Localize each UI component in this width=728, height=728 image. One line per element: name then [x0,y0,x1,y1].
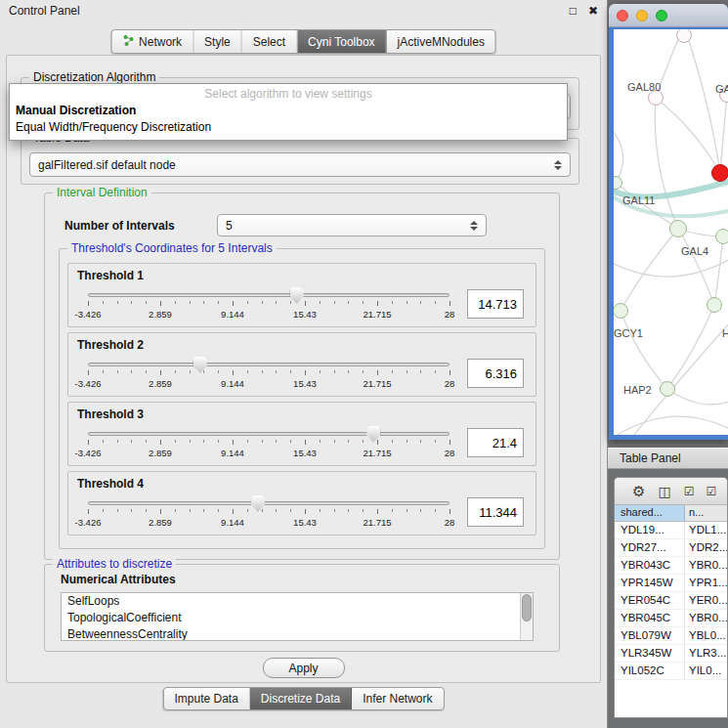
tick-mark [88,440,89,445]
tab-select[interactable]: Select [242,30,297,53]
tick-mark [262,301,263,304]
table-row[interactable]: YIL052CYIL0... [615,663,727,680]
threshold-value-field[interactable]: 21.4 [467,428,524,457]
node-label: HAP2 [623,384,652,396]
tick-mark [290,301,291,304]
table-row[interactable]: YBR043CYBR0... [615,557,727,575]
network-node-h[interactable] [707,297,722,313]
cell-name: YBL0... [685,627,727,644]
control-panel-titlebar: Control Panel □ ✖ [0,0,607,21]
network-canvas[interactable]: GAL80GAGAL11GAL4GCY1HHAP2 [614,29,728,435]
threshold-panel-threshold-1: Threshold 1-3.4262.8599.14415.4321.71528… [67,263,536,327]
number-of-intervals-label: Number of Intervals [64,219,175,233]
algorithm-option-equal-width-frequency-discretization[interactable]: Equal Width/Frequency Discretization [10,119,567,136]
column-header-name[interactable]: n... [685,505,727,521]
list-item-betweennesscentrality[interactable]: BetweennessCentrality [62,626,533,641]
tick-mark [320,370,321,373]
algorithm-options: Manual DiscretizationEqual Width/Frequen… [10,103,567,136]
slider-track[interactable] [88,293,450,297]
tab-style[interactable]: Style [193,30,242,53]
select-columns-icon[interactable]: ☑ [706,486,715,497]
threshold-value-field[interactable]: 14.713 [467,289,524,319]
tick-mark [276,440,277,443]
table-toolbar: ⚙ ◫ ☑ ☑ [615,478,727,505]
close-window-icon[interactable]: ✖ [588,4,598,18]
tick-mark [160,440,161,445]
tick-mark [103,509,104,512]
slider-track[interactable] [88,501,450,505]
tab-jactivemnodules[interactable]: jActiveMNodules [387,30,495,53]
table-row[interactable]: YDL19...YDL1... [615,522,727,539]
tick-mark [146,440,147,443]
scale-label: 2.859 [149,517,172,528]
table-row[interactable]: YER054CYER0... [615,592,727,610]
gear-icon[interactable]: ⚙ [632,484,645,498]
tick-mark [117,370,118,373]
tick-mark [190,440,191,443]
tick-mark [392,509,393,512]
thresholds-group-label: Threshold's Coordinates for 5 Intervals [67,241,277,255]
threshold-panel-threshold-3: Threshold 3-3.4262.8599.14415.4321.71528… [67,402,536,466]
tab-infer-network[interactable]: Infer Network [352,688,443,709]
cell-shared-name: YDL19... [615,522,685,538]
tab-impute-data[interactable]: Impute Data [163,688,249,709]
network-node-hap2[interactable] [660,381,675,397]
tick-mark [175,301,176,304]
attributes-scrollbar[interactable] [520,593,533,640]
tick-mark [290,440,291,443]
scrollbar-thumb[interactable] [522,594,532,621]
table-data-combo[interactable]: galFiltered.sif default node [29,152,571,177]
numerical-attributes-list[interactable]: SelfLoopsTopologicalCoefficientBetweenne… [61,592,534,641]
columns-icon[interactable]: ◫ [658,485,670,498]
tick-mark [407,370,407,373]
table-row[interactable]: YDR27...YDR2... [615,539,727,557]
tick-mark [305,440,306,445]
tick-mark [363,370,364,373]
column-header-shared-name[interactable]: shared... [615,505,685,521]
tick-mark [290,370,291,373]
scale-label: 15.43 [293,378,317,389]
network-node-gal4[interactable] [669,220,687,237]
tick-mark [203,301,204,304]
thresholds-group: Threshold's Coordinates for 5 Intervals … [59,248,545,549]
tick-mark [363,440,364,443]
select-all-columns-icon[interactable]: ☑ [684,486,694,497]
tick-mark [88,301,89,306]
table-row[interactable]: YBL079WYBL0... [615,627,727,645]
table-row[interactable]: YBR045CYBR0... [615,610,727,627]
tab-discretize-data[interactable]: Discretize Data [250,688,352,709]
zoom-traffic-light-icon[interactable] [656,10,667,21]
tick-mark [420,440,421,443]
tick-mark [203,509,204,512]
minimize-traffic-light-icon[interactable] [636,10,648,21]
interval-definition-label: Interval Definition [53,186,151,199]
tab-cyni-toolbox[interactable]: Cyni Toolbox [297,30,386,53]
float-window-icon[interactable]: □ [570,4,577,18]
tick-mark [392,440,393,443]
threshold-value-field[interactable]: 6.316 [467,359,524,388]
algorithm-option-manual-discretization[interactable]: Manual Discretization [10,103,567,119]
table-header-row: shared... n... [615,505,727,522]
list-item-topologicalcoefficient[interactable]: TopologicalCoefficient [62,610,533,626]
table-row[interactable]: YLR345WYLR3... [615,645,727,663]
tick-mark [88,509,89,514]
network-node[interactable] [715,229,728,244]
threshold-value-field[interactable]: 11.344 [467,497,524,527]
list-item-selfloops[interactable]: SelfLoops [62,593,533,610]
slider-track[interactable] [88,432,450,436]
number-of-intervals-combo[interactable]: 5 [217,214,487,236]
tick-mark [146,509,147,512]
tab-label: Cyni Toolbox [308,35,374,49]
apply-button[interactable]: Apply [262,658,344,678]
scale-label: 2.859 [149,309,172,320]
network-node[interactable] [711,164,728,182]
node-label: GAL4 [681,245,708,257]
tab-network[interactable]: Network [111,30,193,53]
slider-track[interactable] [88,363,450,366]
combo-stepper-icon [470,221,478,231]
cell-shared-name: YIL052C [615,663,685,679]
table-row[interactable]: YPR145WYPR1... [615,575,727,592]
close-traffic-light-icon[interactable] [617,10,628,21]
tab-label: Network [139,35,182,49]
threshold-panel-threshold-4: Threshold 4-3.4262.8599.14415.4321.71528… [67,471,536,535]
